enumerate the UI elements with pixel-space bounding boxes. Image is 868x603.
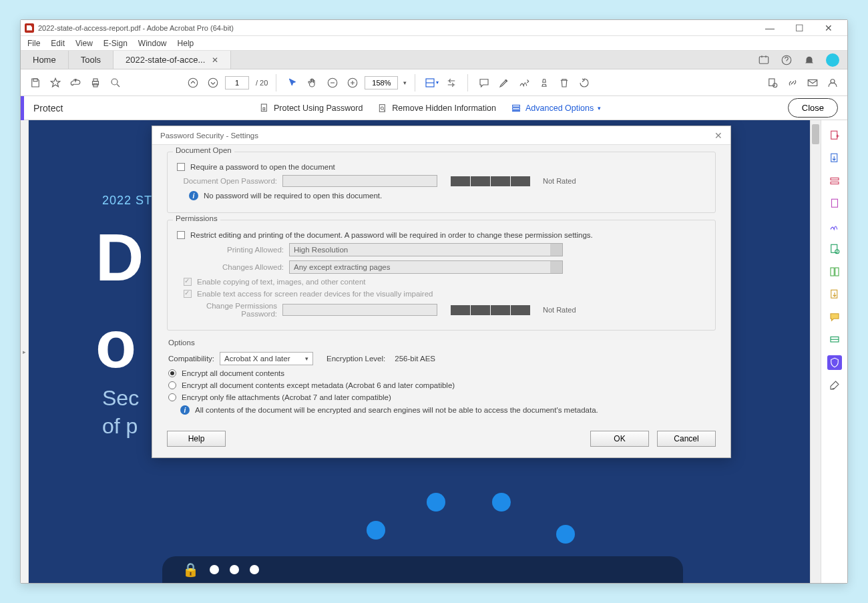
- rail-export-icon[interactable]: [827, 151, 842, 166]
- scroll-thumb[interactable]: [812, 124, 819, 144]
- strength-label: Not Rated: [543, 177, 576, 185]
- fit-width-icon[interactable]: ▾: [423, 75, 439, 91]
- zoom-in-icon[interactable]: [345, 75, 361, 91]
- rail-more-tools-icon[interactable]: [827, 378, 842, 393]
- menu-view[interactable]: View: [70, 37, 98, 49]
- tab-tools[interactable]: Tools: [69, 51, 114, 69]
- save-icon[interactable]: [27, 75, 43, 91]
- menu-edit[interactable]: Edit: [45, 37, 70, 49]
- rail-scan-icon[interactable]: [827, 333, 842, 347]
- doc-text-sub: Secof p: [102, 385, 139, 440]
- compatibility-dropdown[interactable]: Acrobat X and later: [220, 352, 313, 365]
- svg-rect-32: [831, 290, 837, 298]
- print-icon[interactable]: [87, 75, 103, 91]
- rail-sign-icon[interactable]: [827, 219, 842, 234]
- doc-text-big2: o: [95, 306, 135, 383]
- zoom-value[interactable]: 158%: [365, 76, 398, 89]
- rail-combine-icon[interactable]: [827, 264, 842, 279]
- toolbar: / 20 158% ▾ ▾: [21, 69, 847, 96]
- menu-esign[interactable]: E-Sign: [98, 37, 133, 49]
- cancel-button[interactable]: Cancel: [657, 431, 716, 447]
- hand-icon[interactable]: [304, 75, 320, 91]
- scroll-mode-icon[interactable]: [443, 75, 459, 91]
- dialog-close-icon[interactable]: ✕: [714, 130, 722, 141]
- options-info-text: All contents of the document will be enc…: [195, 406, 598, 414]
- share-icon[interactable]: [758, 54, 770, 66]
- require-password-checkbox[interactable]: [177, 163, 185, 171]
- svg-rect-0: [759, 56, 769, 63]
- enable-copying-label: Enable copying of text, images, and othe…: [197, 278, 366, 286]
- lock-icon: 🔒: [182, 562, 199, 578]
- doc-text-big1: D: [95, 219, 142, 296]
- remove-hidden-info[interactable]: Remove Hidden Information: [377, 103, 496, 114]
- highlight-icon[interactable]: [496, 75, 512, 91]
- people-icon[interactable]: [825, 75, 841, 91]
- left-panel-toggle[interactable]: ▸: [21, 120, 29, 583]
- encrypt-all-radio[interactable]: [168, 369, 176, 377]
- protect-password[interactable]: Protect Using Password: [259, 103, 363, 114]
- pointer-icon[interactable]: [284, 75, 300, 91]
- page-up-icon[interactable]: [185, 75, 201, 91]
- rail-protect-icon[interactable]: [827, 355, 842, 370]
- star-icon[interactable]: [47, 75, 63, 91]
- find-icon[interactable]: [107, 75, 124, 91]
- link-icon[interactable]: [785, 75, 801, 91]
- menubar: File Edit View E-Sign Window Help: [21, 36, 847, 51]
- encrypt-except-metadata-radio[interactable]: [168, 381, 176, 389]
- page-total: / 20: [256, 79, 268, 87]
- right-tool-rail: [821, 120, 847, 583]
- tabright: [758, 51, 847, 69]
- dialog-title: Password Security - Settings: [160, 132, 258, 140]
- restrict-editing-label: Restrict editing and printing of the doc…: [190, 231, 593, 239]
- svg-rect-26: [831, 182, 839, 184]
- mail-icon[interactable]: [805, 75, 821, 91]
- bell-icon[interactable]: [803, 54, 815, 66]
- help-icon[interactable]: [781, 54, 793, 66]
- restrict-editing-checkbox[interactable]: [177, 231, 185, 239]
- tab-document[interactable]: 2022-state-of-acce... ✕: [114, 51, 231, 69]
- help-button[interactable]: Help: [167, 431, 226, 447]
- comment-icon[interactable]: [476, 75, 492, 91]
- menu-window[interactable]: Window: [133, 37, 172, 49]
- document-open-section: Document Open Require a password to open…: [167, 152, 716, 213]
- options-section: Options Compatibility: Acrobat X and lat…: [167, 339, 716, 423]
- maximize-button[interactable]: ☐: [785, 21, 814, 35]
- tab-close-icon[interactable]: ✕: [212, 55, 218, 65]
- zoom-out-icon[interactable]: [324, 75, 341, 91]
- menu-help[interactable]: Help: [172, 37, 200, 49]
- rail-organize-icon[interactable]: [827, 196, 842, 211]
- titlebar-text: 2022-state-of-access-report.pdf - Adobe …: [38, 24, 755, 32]
- minimize-button[interactable]: —: [755, 21, 785, 35]
- rail-compress-icon[interactable]: [827, 242, 842, 256]
- rail-create-icon[interactable]: [827, 128, 842, 143]
- encryption-level-label: Encryption Level:: [327, 355, 385, 363]
- sign-icon[interactable]: [516, 75, 532, 91]
- ok-button[interactable]: OK: [590, 431, 649, 447]
- trash-icon[interactable]: [556, 75, 572, 91]
- menu-file[interactable]: File: [22, 37, 45, 49]
- document-canvas[interactable]: 2022 ST D o Secof p 🔒 Password Security …: [29, 120, 810, 583]
- window-close-button[interactable]: ✕: [814, 21, 843, 35]
- encrypt-attachments-radio[interactable]: [168, 393, 176, 401]
- rotate-icon[interactable]: [576, 75, 592, 91]
- protect-close-button[interactable]: Close: [788, 98, 838, 118]
- advanced-options[interactable]: Advanced Options ▾: [511, 103, 601, 114]
- tab-home[interactable]: Home: [21, 51, 69, 69]
- zoom-caret-icon[interactable]: ▾: [403, 79, 407, 86]
- stamp-icon[interactable]: [536, 75, 552, 91]
- permissions-password-input: [282, 304, 437, 316]
- svg-point-13: [773, 83, 777, 87]
- rail-redact-icon[interactable]: [827, 287, 842, 302]
- cloud-icon[interactable]: [67, 75, 83, 91]
- page-down-icon[interactable]: [205, 75, 221, 91]
- avatar[interactable]: [826, 53, 839, 67]
- app-icon: [25, 23, 34, 33]
- permissions-legend: Permissions: [173, 214, 220, 222]
- export-icon[interactable]: [765, 75, 781, 91]
- require-password-label: Require a password to open the document: [190, 163, 335, 171]
- rail-edit-icon[interactable]: [827, 174, 842, 188]
- page-input[interactable]: [225, 76, 249, 89]
- vertical-scrollbar[interactable]: [810, 120, 821, 583]
- open-password-label: Document Open Password:: [177, 177, 277, 185]
- rail-comment-icon[interactable]: [827, 310, 842, 325]
